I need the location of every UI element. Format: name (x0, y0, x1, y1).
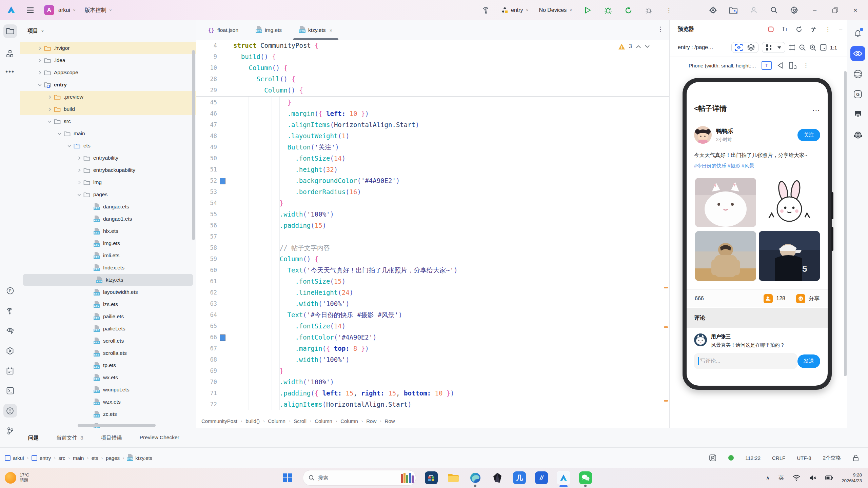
font-setting-icon[interactable]: TT (782, 26, 788, 32)
code-line-48[interactable]: 48.layoutWeight(1) (196, 130, 669, 142)
line-number[interactable]: 50 (196, 153, 217, 164)
like-count[interactable]: 666 (695, 296, 704, 302)
tree-item-img.ets[interactable]: ETSimg.ets (20, 237, 196, 249)
build-tool-icon[interactable] (3, 304, 17, 318)
build-hammer-icon[interactable] (481, 5, 491, 15)
hide-panel-icon[interactable]: − (839, 25, 843, 33)
post-image-cap-person[interactable]: 5 (759, 231, 820, 281)
line-number[interactable]: 29 (196, 85, 217, 96)
line-number[interactable]: 48 (196, 130, 217, 142)
restart-button[interactable] (623, 5, 633, 15)
file-explorer-icon[interactable] (447, 471, 460, 485)
tree-item-img[interactable]: img (20, 176, 196, 188)
tree-vertical-scrollbar[interactable] (192, 50, 195, 240)
project-avatar[interactable]: A (44, 5, 54, 15)
follow-button[interactable]: 关注 (797, 129, 820, 141)
ime-indicator[interactable]: 英 (778, 474, 784, 482)
search-everywhere-icon[interactable] (769, 5, 779, 15)
line-number[interactable]: 49 (196, 142, 217, 153)
zoom-in-icon[interactable] (809, 44, 816, 51)
fit-screen-icon[interactable] (820, 44, 827, 51)
deveco-studio-taskbar-icon[interactable] (557, 471, 570, 485)
problems-tool-icon[interactable] (3, 404, 17, 418)
color-swatch[interactable] (220, 178, 225, 184)
unlock-icon[interactable] (852, 454, 859, 462)
layers-icon[interactable] (747, 44, 755, 51)
tree-item-.hvigor[interactable]: .hvigor (20, 42, 196, 54)
code-line-66[interactable]: 66.fontColor('#4A90E2') (196, 332, 669, 343)
line-number[interactable]: 52 (196, 175, 217, 186)
problems-tab-当前文件[interactable]: 当前文件3 (56, 434, 83, 442)
code-line-69[interactable]: 69} (196, 365, 669, 377)
code-line-10[interactable]: 10Column() { (196, 62, 669, 74)
breadcrumb-item[interactable]: Row (366, 418, 376, 424)
line-number[interactable]: 4 (196, 40, 217, 51)
device-more-icon[interactable]: ⋮ (803, 62, 809, 69)
record-icon[interactable] (768, 26, 774, 32)
more-icon[interactable]: ⋮ (825, 26, 831, 33)
color-swatch[interactable] (220, 334, 225, 341)
tree-item-scrolla.ets[interactable]: ETSscrolla.ets (20, 347, 196, 359)
line-number[interactable]: 51 (196, 164, 217, 175)
line-number[interactable]: 55 (196, 209, 217, 220)
code-line-71[interactable]: 71.padding({ left: 15, right: 15, bottom… (196, 388, 669, 399)
chevron-closed-icon[interactable] (75, 168, 83, 173)
more-tools-icon[interactable]: ••• (3, 65, 17, 78)
line-number[interactable]: 59 (196, 253, 217, 265)
path-item-ktzy.ets[interactable]: ETSktzy.ets (127, 454, 152, 462)
chevron-closed-icon[interactable] (36, 70, 43, 75)
tree-item-Index.ets[interactable]: ETSIndex.ets (20, 262, 196, 274)
line-number[interactable]: 72 (196, 399, 217, 410)
tab-img.ets[interactable]: ETSimg.ets (247, 20, 291, 40)
wechat-icon[interactable] (579, 471, 592, 485)
project-selector[interactable]: arkui ∨ (58, 7, 76, 13)
breadcrumb-item[interactable]: Column (315, 418, 332, 424)
tree-item-layoutwidth.ets[interactable]: ETSlayoutwidth.ets (20, 286, 196, 298)
refresh-icon[interactable] (796, 26, 802, 33)
code-line-28[interactable]: 28Scroll() { (196, 74, 669, 85)
git-branch-tool-icon[interactable] (3, 424, 17, 438)
path-item-pages[interactable]: pages (106, 455, 120, 461)
path-item-src[interactable]: src (59, 455, 65, 461)
tree-item-build[interactable]: build (20, 103, 196, 115)
run-tool-icon[interactable] (3, 344, 17, 358)
chevron-open-icon[interactable] (46, 119, 53, 124)
taskbar-clock[interactable]: 9:282026/4/23 (842, 472, 862, 484)
scrollbar-warning-mark[interactable] (664, 400, 668, 402)
commenter-name[interactable]: 用户张三 (711, 333, 785, 340)
poster-avatar[interactable] (694, 126, 712, 144)
profiler-icon[interactable] (644, 5, 654, 15)
hidden-icons-caret[interactable]: ∧ (766, 475, 770, 481)
project-structure-icon[interactable] (728, 5, 738, 15)
chevron-open-icon[interactable] (75, 192, 83, 197)
line-number[interactable]: 62 (196, 287, 217, 298)
poster-name[interactable]: 鸭鸭乐 (716, 127, 733, 135)
tree-item-wx.ets[interactable]: ETSwx.ets (20, 371, 196, 384)
grid-view-icon[interactable] (766, 44, 772, 51)
tree-item-src[interactable]: src (20, 115, 196, 127)
line-number[interactable]: 57 (196, 231, 217, 242)
more-actions-icon[interactable]: ⋮ (664, 5, 674, 15)
line-number[interactable]: 47 (196, 119, 217, 130)
tree-item-pailiet.ets[interactable]: ETSpailiet.ets (20, 323, 196, 335)
tree-item-scroll.ets[interactable]: ETSscroll.ets (20, 335, 196, 347)
inspections-off-icon[interactable] (709, 454, 717, 462)
path-item-entry[interactable]: entry (32, 455, 51, 461)
bookmarks-tool-icon[interactable]: P (3, 284, 17, 298)
code-line-51[interactable]: 51.height(32) (196, 164, 669, 175)
line-number[interactable]: 61 (196, 276, 217, 287)
line-number[interactable]: 46 (196, 108, 217, 119)
post-detail-title[interactable]: <帖子详情 (694, 104, 727, 113)
tab-close-icon[interactable]: × (329, 27, 332, 33)
breadcrumb-item[interactable]: Row (385, 418, 395, 424)
tree-item-entry[interactable]: entry (20, 79, 196, 91)
start-button[interactable] (281, 471, 294, 485)
window-close-button[interactable]: × (850, 5, 861, 15)
file-encoding[interactable]: UTF-8 (797, 455, 811, 461)
code-line-62[interactable]: 62.lineHeight(24) (196, 287, 669, 298)
device-selector[interactable]: No Devices ∨ (539, 7, 572, 13)
previewer-tab-icon[interactable] (850, 46, 865, 61)
codelinter-icon[interactable] (850, 66, 865, 81)
code-line-52[interactable]: 52.backgroundColor('#4A90E2') (196, 175, 669, 186)
window-minimize-button[interactable]: − (810, 5, 820, 15)
